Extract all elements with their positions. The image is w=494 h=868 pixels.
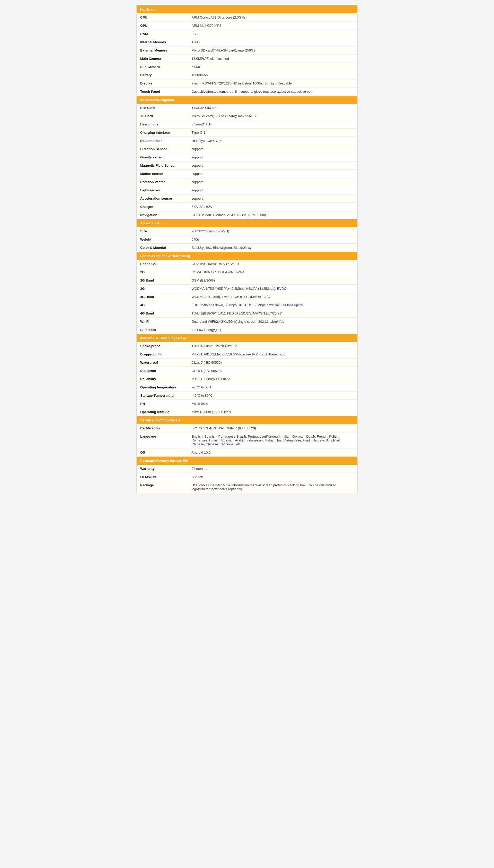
spec-value: 1.8/3.3V SIM card	[188, 104, 358, 112]
table-row: Magnetic Field Sensorsupport	[137, 162, 358, 170]
spec-value: 5% to 95%	[188, 400, 358, 408]
spec-label: Direction Sensor	[137, 145, 188, 153]
spec-label: Operating temperature	[137, 383, 188, 392]
spec-label: Gravity sensor	[137, 153, 188, 162]
table-row: Gravity sensorsupport	[137, 153, 358, 162]
spec-value: 5.0MP	[188, 63, 358, 71]
table-row: Shake-proof1-19Hz/1.0mm; 19-200Hz/1.0g	[137, 342, 358, 350]
spec-label: 3G	[137, 285, 188, 293]
spec-value: Black&yellow, Black&green, Black&Gray	[188, 244, 358, 252]
spec-label: RAM	[137, 30, 188, 38]
spec-label: Touch Panel	[137, 88, 188, 96]
table-row: DustproofClass 6 (IEC 60529)	[137, 367, 358, 375]
spec-label: Charger	[137, 203, 188, 211]
section-title: Certification/OS/Software	[137, 416, 358, 424]
spec-value: 3.5mm(CTIA)	[188, 120, 358, 128]
spec-label: Battery	[137, 71, 188, 79]
spec-value: -20℃ to 55℃	[188, 383, 358, 392]
spec-label: GPU	[137, 22, 188, 30]
table-row: CPUARM Cortex A73 Octa-core (2.0GHz)	[137, 13, 358, 22]
table-row: ReliabilityMTBF>5000h;MTTR<0.5h	[137, 375, 358, 383]
spec-value: 3C/FCC/CE/ROHS/ATEX/IP67 (IEC 60529)	[188, 424, 358, 432]
spec-value: 7 inch IPS/AFFS 720*1280 HD industrial 1…	[188, 79, 358, 88]
spec-value: support	[188, 178, 358, 186]
section-header: Package/Warranty terms/OEM	[137, 457, 358, 465]
spec-value: 640g	[188, 235, 358, 244]
table-row: Phone CallGSM /WCDMA/CDMA 1X/VoLTE	[137, 260, 358, 268]
spec-value: Micro SD card(T-FLASH card), max 256GB	[188, 47, 358, 55]
spec-value: support	[188, 170, 358, 178]
table-row: WI- FIDual-band WIFI(2.4GHz/5Ghz)single …	[137, 318, 358, 326]
table-row: 2G BandGSM (B2/3/5/8)	[137, 276, 358, 285]
spec-value: WCDMA 3.75G (HSDPA+42.2Mbps, HSUPA+11.5M…	[188, 285, 358, 293]
table-row: Operating temperature-20℃ to 55℃	[137, 383, 358, 392]
spec-table: HardwareCPUARM Cortex A73 Octa-core (2.0…	[136, 5, 358, 493]
table-row: Warranty24 months	[137, 465, 358, 473]
section-title: IO/Sensor/Navigation	[137, 96, 358, 104]
spec-label: Waterproof	[137, 359, 188, 367]
table-row: Main Camera13.0MP(AF)with flash led	[137, 55, 358, 63]
spec-value: MTBF>5000h;MTTR<0.5h	[188, 375, 358, 383]
spec-value: GPS+Beidou+Glonass+AGPS+SBAS (EPO 2.5m)	[188, 211, 358, 219]
table-row: Internal Memory128G	[137, 38, 358, 47]
spec-value: 200*132*21mm (L×W×H)	[188, 227, 358, 235]
spec-value: Support	[188, 473, 358, 481]
section-title: Package/Warranty terms/OEM	[137, 457, 358, 465]
spec-label: OS	[137, 448, 188, 457]
spec-value: support	[188, 153, 358, 162]
spec-value: English, Spanish, Portuguese(Brazil), Po…	[188, 432, 358, 448]
spec-label: Shake-proof	[137, 342, 188, 350]
spec-value: TD-LTE(B38/39/40/41); FDD LTE(B1/2/3/4/5…	[188, 309, 358, 318]
table-row: Direction Sensorsupport	[137, 145, 358, 153]
spec-label: Bluetooth	[137, 326, 188, 334]
spec-label: Package	[137, 481, 188, 493]
table-row: NavigationGPS+Beidou+Glonass+AGPS+SBAS (…	[137, 211, 358, 219]
spec-value: USB cable/Charger 5V 2A/Introduction man…	[188, 481, 358, 493]
section-title: Hardware	[137, 5, 358, 14]
spec-label: Dustproof	[137, 367, 188, 375]
section-header: Hardware	[137, 5, 358, 14]
spec-value: 5.0V 2A~10W	[188, 203, 358, 211]
spec-label: Navigation	[137, 211, 188, 219]
spec-value: ARM Cortex A73 Octa-core (2.0GHz)	[188, 13, 358, 22]
table-row: OEM/ODMSupport	[137, 473, 358, 481]
spec-label: 3G Band	[137, 293, 188, 301]
spec-value: Micro SD card(T-FLASH card); max 256GB	[188, 112, 358, 120]
table-row: OSAndroid 10.0	[137, 448, 358, 457]
spec-value: 10000mAh	[188, 71, 358, 79]
section-title: Appearance	[137, 219, 358, 228]
spec-label: 4G Band	[137, 309, 188, 318]
section-header: Industrial & Reliability Design	[137, 334, 358, 342]
spec-label: 2G Band	[137, 276, 188, 285]
spec-value: 8G	[188, 30, 358, 38]
spec-label: Size	[137, 227, 188, 235]
table-row: Display7 inch IPS/AFFS 720*1280 HD indus…	[137, 79, 358, 88]
spec-value: Dual-band WIFI(2.4GHz/5Ghz)single stream…	[188, 318, 358, 326]
table-row: PackageUSB cable/Charger 5V 2A/Introduct…	[137, 481, 358, 493]
section-title: Communications & Networking	[137, 252, 358, 260]
spec-label: 2G	[137, 268, 188, 276]
section-header: Appearance	[137, 219, 358, 228]
section-header: Certification/OS/Software	[137, 416, 358, 424]
spec-value: Max: 4,500m (15,000 feet)	[188, 408, 358, 416]
table-row: Size200*132*21mm (L×W×H)	[137, 227, 358, 235]
spec-value: support	[188, 145, 358, 153]
spec-label: WI- FI	[137, 318, 188, 326]
spec-label: Reliability	[137, 375, 188, 383]
table-row: Acceleration sensorsupport	[137, 195, 358, 203]
spec-label: Motion sensor	[137, 170, 188, 178]
table-row: Operating AltitudeMax: 4,500m (15,000 fe…	[137, 408, 358, 416]
spec-label: Data interface	[137, 137, 188, 145]
spec-label: Sub Camera	[137, 63, 188, 71]
spec-value: ARM Mali-G72 MP3	[188, 22, 358, 30]
table-row: Headphone3.5mm(CTIA)	[137, 120, 358, 128]
spec-label: Charging interface	[137, 128, 188, 137]
table-row: Rotation Vectorsupport	[137, 178, 358, 186]
spec-label: CPU	[137, 13, 188, 22]
spec-label: Display	[137, 79, 188, 88]
spec-label: Internal Memory	[137, 38, 188, 47]
table-row: External MemoryMicro SD card(T-FLASH car…	[137, 47, 358, 55]
table-row: Certification3C/FCC/CE/ROHS/ATEX/IP67 (I…	[137, 424, 358, 432]
spec-value: GSM /WCDMA/CDMA 1X/VoLTE	[188, 260, 358, 268]
table-row: RAM8G	[137, 30, 358, 38]
